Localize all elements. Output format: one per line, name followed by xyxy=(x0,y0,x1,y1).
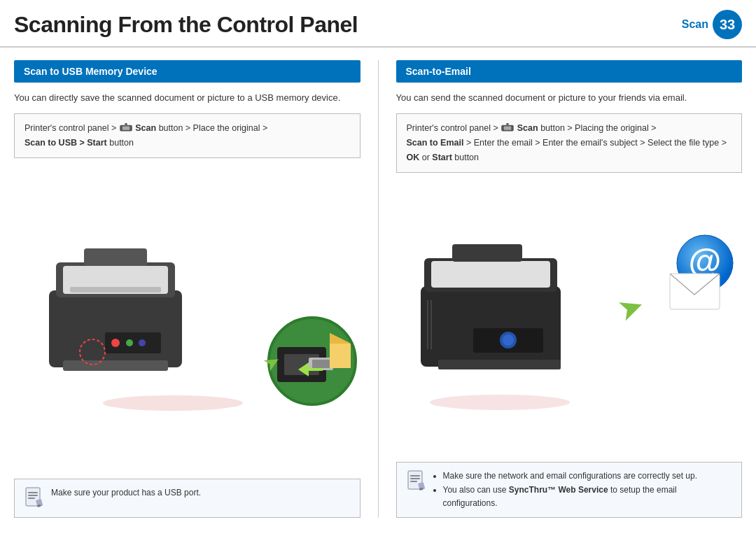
email-note-item2: You also can use SyncThru™ Web Service t… xyxy=(443,484,732,510)
svg-rect-24 xyxy=(28,498,35,499)
svg-rect-42 xyxy=(670,274,720,309)
svg-rect-3 xyxy=(49,290,182,367)
svg-rect-22 xyxy=(28,492,38,493)
email-note-item1: Make sure the network and email configur… xyxy=(443,470,732,483)
usb-scan-word: Scan xyxy=(135,123,156,133)
page-badge: Scan 33 xyxy=(682,10,742,39)
email-section-header: Scan-to-Email xyxy=(396,60,743,83)
svg-rect-33 xyxy=(452,244,522,262)
svg-rect-1 xyxy=(122,127,130,130)
email-instruction-line2: Scan to Email > Enter the email > Enter … xyxy=(407,136,732,150)
usb-section-header: Scan to USB Memory Device xyxy=(14,60,360,83)
svg-rect-32 xyxy=(431,261,550,288)
usb-note-text: Make sure your product has a USB port. xyxy=(51,486,201,500)
column-divider xyxy=(378,60,379,518)
svg-rect-11 xyxy=(63,360,168,371)
usb-instruction-line2: Scan to USB > Start button xyxy=(24,136,350,150)
scan-icon-email xyxy=(501,123,514,133)
usb-instruction-box: Printer's control panel > Scan button > … xyxy=(14,113,360,159)
usb-note-icon xyxy=(24,486,44,510)
email-instruction-line1: Printer's control panel > Scan button > … xyxy=(407,121,732,136)
svg-rect-30 xyxy=(421,286,561,367)
email-green-arrow: ➤ xyxy=(612,286,649,329)
svg-rect-17 xyxy=(312,360,330,368)
usb-printer-svg xyxy=(35,227,196,388)
note-pencil-icon-email xyxy=(407,470,426,493)
svg-point-9 xyxy=(126,339,133,346)
email-column: Scan-to-Email You can send the scanned d… xyxy=(396,60,743,518)
svg-rect-46 xyxy=(410,481,417,482)
svg-rect-44 xyxy=(410,475,420,477)
scan-icon-usb xyxy=(120,123,132,133)
email-printer-shadow xyxy=(430,395,570,410)
badge-label: Scan xyxy=(682,18,708,31)
svg-rect-29 xyxy=(507,123,510,125)
email-description: You can send the scanned document or pic… xyxy=(396,90,743,106)
page-header: Scanning From the Control Panel Scan 33 xyxy=(0,0,756,48)
usb-instruction-line1: Printer's control panel > Scan button > … xyxy=(24,121,350,136)
svg-point-10 xyxy=(139,339,146,346)
svg-rect-37 xyxy=(438,360,561,369)
svg-point-36 xyxy=(503,334,514,346)
email-scan-word: Scan xyxy=(517,123,538,133)
svg-rect-2 xyxy=(125,123,127,125)
email-note-text: Make sure the network and email configur… xyxy=(433,470,732,510)
note-pencil-icon xyxy=(24,486,44,510)
svg-rect-23 xyxy=(28,495,38,496)
svg-rect-12 xyxy=(70,287,161,292)
svg-rect-28 xyxy=(504,127,512,130)
usb-image-area: ➤ xyxy=(14,165,360,472)
email-note-icon xyxy=(407,470,426,493)
usb-description: You can directly save the scanned docume… xyxy=(14,90,360,106)
main-content: Scan to USB Memory Device You can direct… xyxy=(0,48,756,530)
usb-column: Scan to USB Memory Device You can direct… xyxy=(14,60,360,518)
email-printer-svg xyxy=(410,230,585,384)
email-instruction-line3: OK or Start button xyxy=(407,150,732,165)
usb-note-box: Make sure your product has a USB port. xyxy=(14,479,360,518)
svg-point-8 xyxy=(111,339,120,347)
usb-printer-container: ➤ xyxy=(14,220,360,416)
email-envelope-icon xyxy=(668,272,721,311)
email-printer-container: ➤ @ xyxy=(396,220,743,416)
svg-rect-45 xyxy=(410,478,420,479)
email-note-box: Make sure the network and email configur… xyxy=(396,462,743,518)
page-title: Scanning From the Control Panel xyxy=(14,12,358,38)
badge-number: 33 xyxy=(713,10,742,39)
usb-detail-svg xyxy=(270,319,354,403)
svg-rect-6 xyxy=(84,248,147,266)
svg-marker-19 xyxy=(330,333,351,344)
email-image-area: ➤ @ xyxy=(396,180,743,455)
email-at-icon-container: @ xyxy=(676,234,735,296)
email-note-list: Make sure the network and email configur… xyxy=(433,470,732,510)
email-instruction-box: Printer's control panel > Scan button > … xyxy=(396,113,743,174)
usb-printer-shadow xyxy=(103,395,243,411)
